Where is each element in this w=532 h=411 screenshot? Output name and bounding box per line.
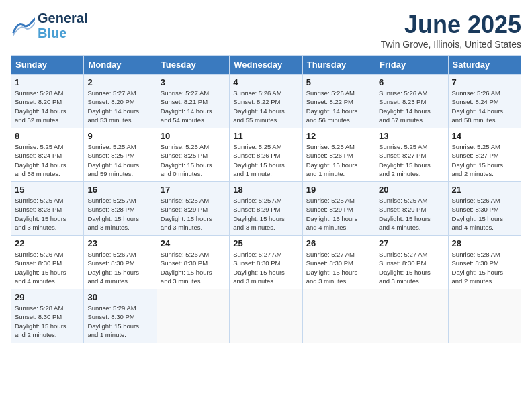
day-info: Sunrise: 5:27 AM Sunset: 8:21 PM Dayligh… [161, 89, 226, 124]
calendar-cell: 24Sunrise: 5:26 AM Sunset: 8:30 PM Dayli… [157, 236, 229, 289]
day-number: 19 [306, 185, 371, 195]
header: General Blue June 2025 Twin Grove, Illin… [11, 11, 521, 50]
day-info: Sunrise: 5:26 AM Sunset: 8:22 PM Dayligh… [306, 89, 371, 124]
day-info: Sunrise: 5:27 AM Sunset: 8:20 PM Dayligh… [87, 89, 152, 124]
calendar-cell: 11Sunrise: 5:25 AM Sunset: 8:26 PM Dayli… [230, 128, 302, 182]
day-info: Sunrise: 5:26 AM Sunset: 8:30 PM Dayligh… [15, 250, 80, 285]
calendar-cell: 18Sunrise: 5:25 AM Sunset: 8:29 PM Dayli… [230, 182, 302, 236]
day-number: 6 [379, 77, 444, 87]
day-number: 7 [452, 77, 517, 87]
day-number: 30 [87, 292, 152, 302]
calendar-cell: 7Sunrise: 5:26 AM Sunset: 8:24 PM Daylig… [448, 75, 521, 128]
day-info: Sunrise: 5:27 AM Sunset: 8:30 PM Dayligh… [233, 250, 298, 285]
calendar-cell: 5Sunrise: 5:26 AM Sunset: 8:22 PM Daylig… [302, 75, 375, 128]
day-info: Sunrise: 5:26 AM Sunset: 8:30 PM Dayligh… [161, 250, 226, 285]
calendar-cell: 29Sunrise: 5:28 AM Sunset: 8:30 PM Dayli… [11, 289, 84, 343]
calendar-cell: 16Sunrise: 5:25 AM Sunset: 8:28 PM Dayli… [84, 182, 157, 236]
day-number: 1 [15, 77, 80, 87]
calendar-cell: 30Sunrise: 5:29 AM Sunset: 8:30 PM Dayli… [84, 289, 157, 343]
calendar-cell: 10Sunrise: 5:25 AM Sunset: 8:25 PM Dayli… [157, 128, 229, 182]
calendar-cell: 27Sunrise: 5:27 AM Sunset: 8:30 PM Dayli… [375, 236, 448, 289]
day-number: 11 [233, 131, 298, 141]
logo-icon [11, 13, 35, 38]
calendar-cell: 26Sunrise: 5:27 AM Sunset: 8:30 PM Dayli… [302, 236, 375, 289]
week-row-1: 1Sunrise: 5:28 AM Sunset: 8:20 PM Daylig… [11, 75, 521, 128]
calendar-cell: 15Sunrise: 5:25 AM Sunset: 8:28 PM Dayli… [11, 182, 84, 236]
week-row-3: 15Sunrise: 5:25 AM Sunset: 8:28 PM Dayli… [11, 182, 521, 236]
calendar-cell: 4Sunrise: 5:26 AM Sunset: 8:22 PM Daylig… [230, 75, 302, 128]
weekday-tuesday: Tuesday [157, 56, 229, 75]
day-info: Sunrise: 5:25 AM Sunset: 8:25 PM Dayligh… [161, 142, 226, 178]
calendar-body: 1Sunrise: 5:28 AM Sunset: 8:20 PM Daylig… [11, 75, 521, 343]
day-number: 25 [233, 238, 298, 248]
calendar-cell [448, 289, 521, 343]
calendar-cell: 19Sunrise: 5:25 AM Sunset: 8:29 PM Dayli… [302, 182, 375, 236]
calendar-cell: 6Sunrise: 5:26 AM Sunset: 8:23 PM Daylig… [375, 75, 448, 128]
calendar-cell: 23Sunrise: 5:26 AM Sunset: 8:30 PM Dayli… [84, 236, 157, 289]
day-number: 8 [15, 131, 80, 141]
day-number: 5 [306, 77, 371, 87]
calendar-cell: 13Sunrise: 5:25 AM Sunset: 8:27 PM Dayli… [375, 128, 448, 182]
day-info: Sunrise: 5:25 AM Sunset: 8:29 PM Dayligh… [233, 196, 298, 232]
logo-line1: General [38, 11, 87, 26]
calendar-cell: 8Sunrise: 5:25 AM Sunset: 8:24 PM Daylig… [11, 128, 84, 182]
day-info: Sunrise: 5:26 AM Sunset: 8:22 PM Dayligh… [233, 89, 298, 124]
calendar-cell: 20Sunrise: 5:25 AM Sunset: 8:29 PM Dayli… [375, 182, 448, 236]
week-row-2: 8Sunrise: 5:25 AM Sunset: 8:24 PM Daylig… [11, 128, 521, 182]
weekday-friday: Friday [375, 56, 448, 75]
calendar-cell: 17Sunrise: 5:25 AM Sunset: 8:29 PM Dayli… [157, 182, 229, 236]
day-info: Sunrise: 5:25 AM Sunset: 8:27 PM Dayligh… [452, 142, 517, 178]
logo: General Blue [11, 11, 87, 40]
day-info: Sunrise: 5:26 AM Sunset: 8:30 PM Dayligh… [87, 250, 152, 285]
day-info: Sunrise: 5:25 AM Sunset: 8:28 PM Dayligh… [15, 196, 80, 232]
day-number: 29 [15, 292, 80, 302]
week-row-4: 22Sunrise: 5:26 AM Sunset: 8:30 PM Dayli… [11, 236, 521, 289]
calendar-cell [302, 289, 375, 343]
day-number: 20 [379, 185, 444, 195]
calendar-cell: 9Sunrise: 5:25 AM Sunset: 8:25 PM Daylig… [84, 128, 157, 182]
weekday-monday: Monday [84, 56, 157, 75]
day-number: 14 [452, 131, 517, 141]
day-number: 17 [161, 185, 226, 195]
calendar-cell: 2Sunrise: 5:27 AM Sunset: 8:20 PM Daylig… [84, 75, 157, 128]
calendar-cell [157, 289, 229, 343]
day-info: Sunrise: 5:25 AM Sunset: 8:24 PM Dayligh… [15, 142, 80, 178]
title-area: June 2025 Twin Grove, Illinois, United S… [381, 11, 521, 50]
day-number: 3 [161, 77, 226, 87]
day-info: Sunrise: 5:25 AM Sunset: 8:26 PM Dayligh… [233, 142, 298, 178]
calendar-cell [375, 289, 448, 343]
day-number: 28 [452, 238, 517, 248]
week-row-5: 29Sunrise: 5:28 AM Sunset: 8:30 PM Dayli… [11, 289, 521, 343]
day-info: Sunrise: 5:25 AM Sunset: 8:29 PM Dayligh… [161, 196, 226, 232]
day-info: Sunrise: 5:29 AM Sunset: 8:30 PM Dayligh… [87, 304, 152, 339]
day-number: 18 [233, 185, 298, 195]
weekday-wednesday: Wednesday [230, 56, 302, 75]
calendar-cell: 1Sunrise: 5:28 AM Sunset: 8:20 PM Daylig… [11, 75, 84, 128]
calendar-cell: 25Sunrise: 5:27 AM Sunset: 8:30 PM Dayli… [230, 236, 302, 289]
weekday-header-row: SundayMondayTuesdayWednesdayThursdayFrid… [11, 56, 521, 75]
calendar-cell: 12Sunrise: 5:25 AM Sunset: 8:26 PM Dayli… [302, 128, 375, 182]
calendar-subtitle: Twin Grove, Illinois, United States [381, 39, 521, 50]
day-number: 22 [15, 238, 80, 248]
day-number: 12 [306, 131, 371, 141]
weekday-sunday: Sunday [11, 56, 84, 75]
calendar-cell: 21Sunrise: 5:26 AM Sunset: 8:30 PM Dayli… [448, 182, 521, 236]
day-number: 24 [161, 238, 226, 248]
calendar-title: June 2025 [381, 11, 521, 39]
day-info: Sunrise: 5:27 AM Sunset: 8:30 PM Dayligh… [306, 250, 371, 285]
day-info: Sunrise: 5:25 AM Sunset: 8:29 PM Dayligh… [379, 196, 444, 232]
day-number: 9 [87, 131, 152, 141]
day-number: 15 [15, 185, 80, 195]
day-info: Sunrise: 5:25 AM Sunset: 8:26 PM Dayligh… [306, 142, 371, 178]
day-info: Sunrise: 5:25 AM Sunset: 8:28 PM Dayligh… [87, 196, 152, 232]
calendar-cell: 14Sunrise: 5:25 AM Sunset: 8:27 PM Dayli… [448, 128, 521, 182]
calendar-cell: 22Sunrise: 5:26 AM Sunset: 8:30 PM Dayli… [11, 236, 84, 289]
day-number: 26 [306, 238, 371, 248]
day-number: 21 [452, 185, 517, 195]
day-info: Sunrise: 5:25 AM Sunset: 8:27 PM Dayligh… [379, 142, 444, 178]
weekday-thursday: Thursday [302, 56, 375, 75]
day-info: Sunrise: 5:28 AM Sunset: 8:20 PM Dayligh… [15, 89, 80, 124]
day-info: Sunrise: 5:28 AM Sunset: 8:30 PM Dayligh… [15, 304, 80, 339]
day-number: 2 [87, 77, 152, 87]
calendar-cell [230, 289, 302, 343]
